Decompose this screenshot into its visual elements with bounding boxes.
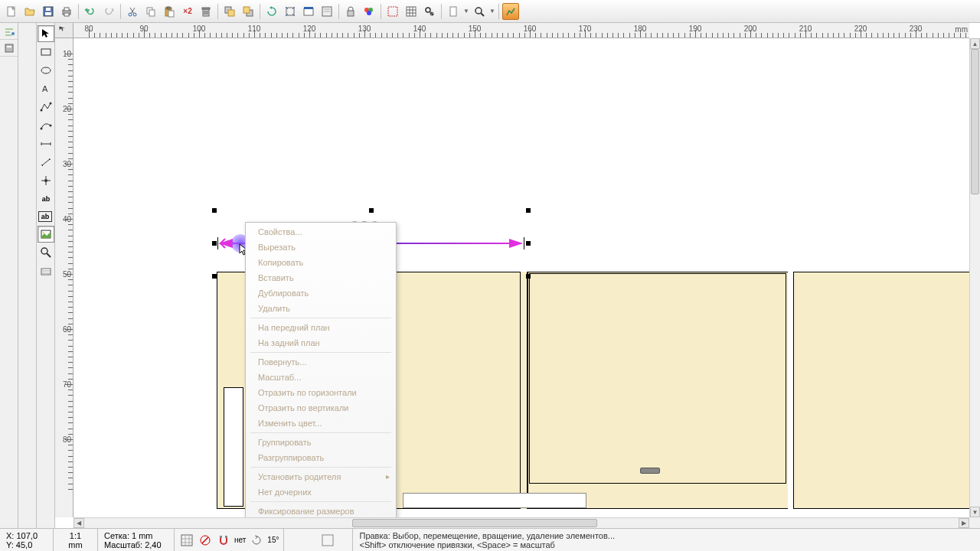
context-menu-item[interactable]: Свойства... <box>247 224 394 240</box>
status-snap-controls: нет 15° <box>175 529 284 551</box>
center-tool[interactable] <box>38 172 54 189</box>
refresh-button[interactable] <box>263 3 280 20</box>
zoom-fit-button[interactable] <box>282 3 299 20</box>
status-zoom: 1:1 mm <box>54 529 98 551</box>
zoom-button[interactable] <box>471 3 488 20</box>
print-button[interactable] <box>58 3 75 20</box>
svg-rect-5 <box>64 8 69 11</box>
delete-button[interactable] <box>198 3 214 20</box>
context-menu-item[interactable]: Копировать <box>247 255 394 270</box>
redo-button[interactable] <box>100 3 117 20</box>
no-snap-icon[interactable] <box>198 533 213 548</box>
textbox-tool[interactable]: ab <box>38 211 52 222</box>
new-file-button[interactable] <box>3 3 20 20</box>
context-menu-item[interactable]: Установить родителя <box>247 469 394 484</box>
svg-point-45 <box>50 125 52 127</box>
svg-rect-15 <box>202 8 210 9</box>
save-button[interactable] <box>40 3 57 20</box>
context-menu-item[interactable]: Вырезать <box>247 240 394 255</box>
svg-rect-13 <box>168 11 174 17</box>
context-menu: Свойства...ВырезатьКопироватьВставитьДуб… <box>245 222 397 517</box>
svg-rect-2 <box>45 12 51 15</box>
context-menu-item[interactable]: На передний план <box>247 320 394 335</box>
context-menu-item[interactable]: Отразить по вертикали <box>247 400 394 416</box>
scrollbar-vertical[interactable]: ▲ ▼ <box>969 38 980 517</box>
table-button[interactable] <box>403 3 420 20</box>
ruler-horizontal[interactable]: 8090100110120130140150160170180190200210… <box>74 23 969 38</box>
dimension-tool[interactable] <box>38 135 54 152</box>
context-menu-item[interactable]: Удалить <box>247 301 394 316</box>
svg-rect-31 <box>407 7 416 16</box>
grid-snap-icon[interactable] <box>179 533 194 548</box>
context-menu-item[interactable]: Отразить по горизонтали <box>247 385 394 400</box>
svg-point-49 <box>41 248 47 254</box>
context-menu-item[interactable]: Вставить <box>247 270 394 285</box>
svg-point-42 <box>41 109 43 112</box>
context-menu-item[interactable]: Фиксирование размеров <box>247 504 394 517</box>
select-tool[interactable] <box>38 25 54 42</box>
front-button[interactable] <box>221 3 238 20</box>
ruler-corner[interactable] <box>55 23 74 38</box>
open-file-button[interactable] <box>21 3 38 20</box>
image-tool[interactable] <box>38 226 54 243</box>
select-rect-button[interactable] <box>384 3 401 20</box>
svg-rect-12 <box>167 7 170 9</box>
zoom-window-button[interactable] <box>300 3 317 20</box>
svg-rect-17 <box>228 10 234 16</box>
cabinet-panel[interactable] <box>793 272 969 509</box>
x2-button[interactable]: ×2 <box>179 3 196 20</box>
canvas[interactable]: 630 Свойс <box>74 38 969 517</box>
page-button[interactable] <box>445 3 462 20</box>
cabinet-handle <box>640 468 660 474</box>
svg-rect-6 <box>64 13 69 16</box>
arc-dim-tool[interactable] <box>38 154 54 171</box>
paste-button[interactable] <box>161 3 178 20</box>
preview-button[interactable] <box>502 3 519 20</box>
context-menu-item[interactable]: Разгруппировать <box>247 450 394 465</box>
svg-rect-26 <box>348 11 354 16</box>
context-menu-item[interactable]: Изменить цвет... <box>247 416 394 431</box>
ellipse-tool[interactable] <box>38 62 54 79</box>
context-menu-item[interactable]: Группировать <box>247 435 394 450</box>
svg-point-40 <box>41 67 51 73</box>
polyline-tool[interactable] <box>38 99 54 116</box>
svg-point-43 <box>50 103 52 105</box>
palette-item[interactable] <box>0 23 18 40</box>
color-button[interactable] <box>361 3 377 20</box>
layers-tool[interactable] <box>38 262 54 279</box>
svg-point-32 <box>426 8 430 12</box>
copy-button[interactable] <box>142 3 159 20</box>
svg-point-35 <box>475 8 482 14</box>
cut-button[interactable] <box>124 3 141 20</box>
text-tool[interactable]: A <box>38 80 54 97</box>
status-hint: Правка: Выбор, перемещение, вращение, уд… <box>353 529 980 551</box>
zoom-tool[interactable] <box>38 244 54 261</box>
rectangle-tool[interactable] <box>38 44 54 60</box>
cabinet-panel[interactable] <box>529 273 786 484</box>
svg-point-44 <box>41 128 43 130</box>
form-button[interactable] <box>318 3 335 20</box>
lock-button[interactable] <box>342 3 359 20</box>
context-menu-item[interactable]: Масштаб... <box>247 370 394 385</box>
scrollbar-horizontal[interactable]: ◀ ▶ <box>74 517 969 528</box>
statusbar: X: 107,0 Y: 45,0 1:1 mm Сетка: 1 mm Масш… <box>0 528 980 551</box>
svg-rect-24 <box>324 8 330 10</box>
svg-rect-54 <box>220 536 222 538</box>
context-menu-item[interactable]: Нет дочерних <box>247 484 394 500</box>
curve-tool[interactable] <box>38 117 54 134</box>
rotate-snap-icon[interactable] <box>249 533 264 548</box>
svg-rect-38 <box>7 46 11 47</box>
context-menu-item[interactable]: Повернуть... <box>247 354 394 370</box>
ruler-vertical[interactable]: 1020304050607080 <box>55 38 74 517</box>
label-tool[interactable]: ab <box>38 191 54 207</box>
svg-rect-30 <box>388 7 397 16</box>
left-palette <box>0 23 18 528</box>
context-menu-item[interactable]: Дублировать <box>247 285 394 301</box>
undo-button[interactable] <box>82 3 99 20</box>
find-button[interactable] <box>421 3 438 20</box>
magnet-icon[interactable] <box>216 533 231 548</box>
svg-rect-34 <box>450 7 456 16</box>
palette-item[interactable] <box>0 40 18 57</box>
back-button[interactable] <box>240 3 256 20</box>
context-menu-item[interactable]: На задний план <box>247 335 394 350</box>
